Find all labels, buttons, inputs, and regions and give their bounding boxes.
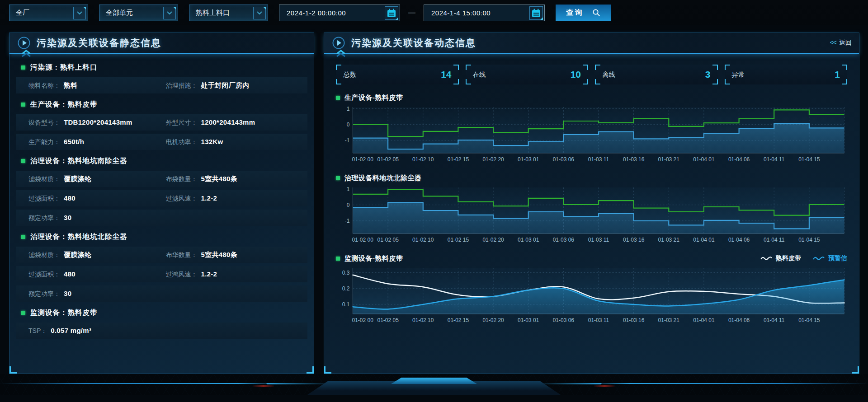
svg-text:01-02 15: 01-02 15 [448, 156, 469, 163]
svg-text:01-02 10: 01-02 10 [412, 156, 434, 163]
calendar-icon[interactable] [385, 6, 398, 20]
svg-text:01-03 06: 01-03 06 [553, 317, 575, 323]
info-row: 物料名称：熟料治理措施：处于封闭厂房内 [16, 77, 307, 93]
info-cell: 滤袋材质：覆膜涤纶 [28, 175, 166, 183]
legend-item[interactable]: 熟料皮带 [760, 254, 801, 262]
info-cell: 额定功率：30 [28, 290, 303, 298]
svg-text:01-02 20: 01-02 20 [482, 156, 504, 163]
svg-text:01-03 01: 01-03 01 [518, 317, 539, 323]
info-row: TSP：0.057 mg/m³ [16, 323, 307, 339]
svg-text:01-02 20: 01-02 20 [482, 237, 504, 243]
stat-value: 14 [441, 69, 451, 80]
footer-red-accent [594, 385, 615, 387]
chart-title: 生产设备-熟料皮带 [344, 93, 403, 102]
section-header: 治理设备：熟料地坑北除尘器 [16, 230, 307, 243]
green-square-icon [336, 96, 340, 100]
section-title: 治理设备：熟料地坑南除尘器 [30, 156, 127, 166]
section-header: 治理设备：熟料地坑南除尘器 [16, 154, 307, 168]
svg-text:01-03 16: 01-03 16 [623, 317, 645, 323]
info-value: 1200*204143mm [201, 118, 255, 126]
dynamic-info-panel: 污染源及关联设备动态信息 <<返回 总数14在线10离线3异常1 生产设备-熟料… [324, 33, 859, 374]
section-title: 生产设备：熟料皮带 [30, 100, 98, 109]
info-cell: 滤袋材质：覆膜涤纶 [28, 251, 166, 259]
chevron-down-icon[interactable] [163, 7, 176, 19]
chevron-down-icon[interactable] [253, 7, 266, 19]
wave-line-icon [813, 256, 825, 261]
plant-select[interactable]: 全厂 [9, 5, 88, 21]
info-cell: 过鸿风速：1.2-2 [166, 270, 303, 279]
start-datetime-input[interactable]: 2024-1-2 00:00:00 [279, 5, 400, 21]
info-cell: TSP：0.057 mg/m³ [28, 327, 303, 335]
info-label: 治理措施： [166, 82, 198, 90]
info-label: 滤袋材质： [28, 175, 60, 183]
info-cell: 过滤面积：480 [28, 194, 166, 203]
device-stats-row: 总数14在线10离线3异常1 [336, 65, 847, 84]
legend-item[interactable]: 预警信 [813, 254, 847, 262]
section-header: 污染源：熟料上料口 [16, 61, 307, 74]
source-select[interactable]: 熟料上料口 [189, 5, 268, 21]
svg-text:01-03 16: 01-03 16 [623, 237, 645, 243]
svg-text:1: 1 [347, 186, 350, 192]
start-datetime-value: 2024-1-2 00:00:00 [279, 9, 346, 17]
chart-block: 生产设备-熟料皮带10-101-02 0001-02 0501-02 1001-… [336, 92, 847, 165]
info-cell: 电机功率：132Kw [166, 138, 303, 146]
chart-canvas-0: 10-101-02 0001-02 0501-02 1001-02 1501-0… [336, 103, 847, 165]
info-cell: 外型尺寸：1200*204143mm [166, 118, 303, 127]
section-title: 监测设备：熟料皮带 [30, 308, 98, 318]
info-label: 额定功率： [28, 214, 60, 222]
info-label: TSP： [28, 327, 47, 335]
end-datetime-input[interactable]: 2024-1-4 15:00:00 [424, 5, 545, 21]
svg-text:01-03 11: 01-03 11 [588, 237, 609, 243]
chart-title: 治理设备料地坑北除尘器 [344, 174, 422, 182]
section-title: 污染源：熟料上料口 [30, 63, 98, 72]
chart-header: 治理设备料地坑北除尘器 [336, 172, 847, 184]
chart-canvas-1: 10-101-02 0001-02 0501-02 1001-02 1501-0… [336, 184, 847, 245]
svg-text:01-02 10: 01-02 10 [412, 317, 434, 323]
footer-line-right [588, 383, 868, 384]
svg-text:0.3: 0.3 [342, 270, 350, 276]
svg-text:0.1: 0.1 [342, 301, 350, 308]
info-value: 熟料 [64, 81, 78, 90]
chevron-up-decoration [21, 50, 31, 57]
stat-value: 1 [835, 69, 840, 80]
stat-label: 总数 [343, 70, 356, 79]
emblem-crest [391, 378, 477, 384]
info-value: 1.2-2 [201, 270, 217, 278]
info-cell: 物料名称：熟料 [28, 81, 166, 90]
svg-text:01-02 05: 01-02 05 [377, 237, 399, 243]
wave-line-icon [760, 256, 772, 261]
stat-box: 在线10 [466, 65, 589, 84]
info-value: 5室共480条 [201, 175, 237, 183]
svg-text:0: 0 [347, 122, 350, 128]
query-button[interactable]: 查询 [556, 5, 611, 21]
chevron-up-decoration [336, 50, 346, 57]
info-value: 覆膜涤纶 [64, 251, 91, 259]
info-row: 生产能力：650t/h电机功率：132Kw [16, 134, 307, 150]
dynamic-panel-header: 污染源及关联设备动态信息 <<返回 [324, 33, 859, 54]
svg-text:01-03 01: 01-03 01 [518, 156, 539, 163]
query-button-label: 查询 [566, 8, 584, 18]
stat-box: 异常1 [725, 65, 848, 84]
svg-text:01-04 15: 01-04 15 [798, 237, 820, 243]
info-cell: 布袋数量：5室共480条 [166, 175, 303, 183]
footer-line-left [0, 383, 280, 384]
svg-text:01-02 05: 01-02 05 [377, 317, 399, 323]
green-square-icon [336, 176, 340, 180]
info-label: 外型尺寸： [166, 119, 198, 127]
info-label: 布华数量： [166, 251, 198, 259]
info-row: 额定功率：30 [16, 210, 307, 226]
green-square-icon [21, 311, 25, 315]
svg-text:01-04 01: 01-04 01 [693, 156, 715, 163]
back-button[interactable]: <<返回 [830, 39, 852, 47]
svg-text:-1: -1 [345, 137, 350, 144]
info-label: 电机功率： [166, 138, 198, 146]
info-value: 5室共480条 [201, 251, 237, 259]
plant-select-value: 全厂 [9, 9, 29, 17]
svg-text:01-03 11: 01-03 11 [588, 317, 609, 323]
info-label: 过滤风速： [166, 195, 198, 203]
static-panel-header: 污染源及关联设备静态信息 [9, 33, 314, 54]
chevron-down-icon[interactable] [73, 7, 86, 19]
svg-text:01-02 15: 01-02 15 [448, 317, 469, 323]
calendar-icon[interactable] [529, 6, 543, 20]
unit-select[interactable]: 全部单元 [99, 5, 178, 21]
